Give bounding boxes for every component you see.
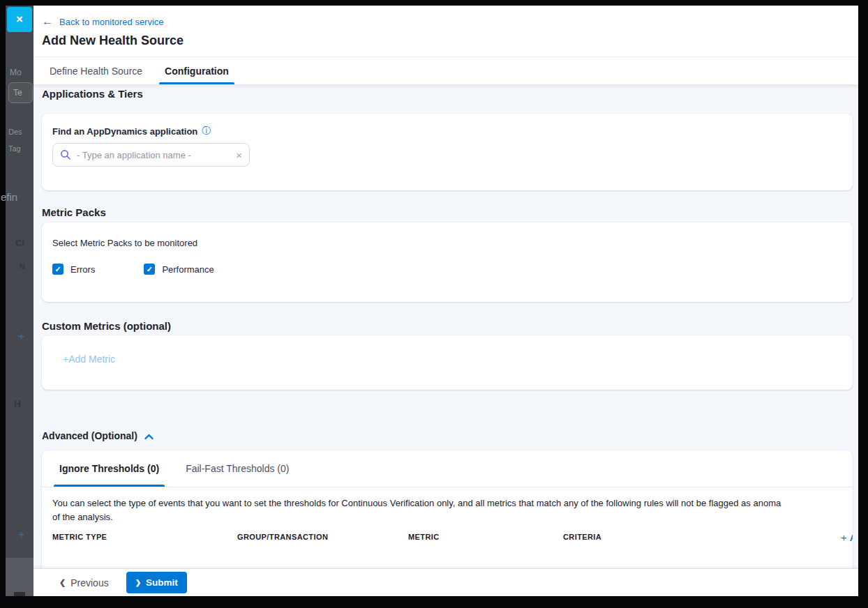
thresholds-description: You can select the type of events that y… bbox=[52, 496, 842, 524]
submit-label: Submit bbox=[146, 577, 178, 588]
backdrop-heading: efin bbox=[1, 191, 17, 203]
plus-icon: + bbox=[841, 531, 847, 543]
close-icon: × bbox=[16, 13, 23, 26]
backdrop-input: Te bbox=[8, 82, 33, 103]
thresholds-table-header: METRIC TYPE GROUP/TRANSACTION METRIC CRI… bbox=[42, 533, 853, 544]
tab-fail-fast-thresholds[interactable]: Fail-Fast Thresholds (0) bbox=[180, 450, 294, 487]
previous-label: Previous bbox=[70, 577, 108, 588]
checkbox-checked-icon bbox=[144, 264, 155, 275]
column-criteria: CRITERIA bbox=[563, 533, 601, 541]
add-metric-button[interactable]: +Add Metric bbox=[63, 354, 115, 365]
checkbox-performance[interactable]: Performance bbox=[144, 264, 214, 275]
find-application-label: Find an AppDynamics application ⓘ bbox=[52, 125, 841, 137]
info-icon[interactable]: ⓘ bbox=[202, 125, 211, 137]
find-application-label-text: Find an AppDynamics application bbox=[52, 126, 197, 137]
drawer-footer: ❮ Previous ❯ Submit bbox=[33, 568, 858, 596]
app-window: Mo Te Des Tag efin Cl N + H + × ← Back t… bbox=[6, 6, 858, 596]
backdrop-label: Cl bbox=[15, 238, 24, 248]
checkbox-errors[interactable]: Errors bbox=[52, 264, 95, 275]
backdrop-label: Mo bbox=[10, 68, 22, 77]
tab-label: Configuration bbox=[165, 66, 229, 77]
page-title: Add New Health Source bbox=[42, 33, 844, 48]
applications-tiers-title: Applications & Tiers bbox=[42, 88, 858, 100]
custom-metrics-card: +Add Metric bbox=[42, 335, 853, 390]
tab-label: Define Health Source bbox=[50, 66, 142, 77]
application-search-input[interactable] bbox=[77, 150, 230, 160]
backdrop-label: Tag bbox=[8, 144, 21, 153]
applications-tiers-card: Find an AppDynamics application ⓘ × bbox=[42, 114, 853, 190]
thresholds-tabbar: Ignore Thresholds (0) Fail-Fast Threshol… bbox=[42, 450, 853, 487]
add-threshold-link[interactable]: +Ad bbox=[841, 531, 853, 543]
checkbox-label: Errors bbox=[70, 264, 95, 275]
tab-define-health-source[interactable]: Define Health Source bbox=[48, 57, 144, 84]
tab-configuration[interactable]: Configuration bbox=[163, 57, 230, 84]
tab-label: Fail-Fast Thresholds (0) bbox=[186, 463, 289, 474]
tab-ignore-thresholds[interactable]: Ignore Thresholds (0) bbox=[54, 450, 165, 487]
submit-button[interactable]: ❯ Submit bbox=[126, 572, 187, 593]
add-threshold-label: Ad bbox=[850, 533, 853, 543]
clear-search-icon[interactable]: × bbox=[236, 150, 242, 160]
backdrop-footer-edge bbox=[14, 592, 25, 596]
backdrop-label: N bbox=[20, 262, 25, 271]
backdrop-label: Des bbox=[8, 128, 22, 136]
metric-packs-title: Metric Packs bbox=[42, 206, 858, 219]
application-search-box: × bbox=[52, 143, 250, 167]
advanced-optional-label: Advanced (Optional) bbox=[42, 430, 137, 442]
thresholds-description-line1: You can select the type of events that y… bbox=[52, 496, 842, 510]
checkbox-label: Performance bbox=[162, 264, 214, 275]
back-link-label: Back to monitored service bbox=[59, 17, 164, 27]
close-drawer-button[interactable]: × bbox=[7, 7, 32, 32]
chevron-left-icon: ❮ bbox=[59, 578, 66, 587]
backdrop-footer-band bbox=[6, 558, 33, 596]
metric-packs-options: Errors Performance bbox=[52, 264, 841, 275]
screenshot-frame: Mo Te Des Tag efin Cl N + H + × ← Back t… bbox=[0, 0, 868, 608]
checkbox-checked-icon bbox=[52, 264, 63, 275]
drawer-header: ← Back to monitored service Add New Heal… bbox=[33, 6, 858, 57]
wizard-tabbar: Define Health Source Configuration bbox=[33, 57, 858, 85]
column-metric-type: METRIC TYPE bbox=[52, 533, 107, 541]
back-to-monitored-service-link[interactable]: ← Back to monitored service bbox=[42, 16, 164, 27]
configuration-content: Applications & Tiers Find an AppDynamics… bbox=[33, 85, 858, 568]
search-icon bbox=[60, 149, 71, 160]
backdrop-plus: + bbox=[18, 330, 24, 343]
thresholds-description-line2: of the analysis. bbox=[52, 510, 842, 524]
previous-button[interactable]: ❮ Previous bbox=[59, 577, 109, 588]
backdrop-heading: H bbox=[14, 398, 21, 409]
column-metric: METRIC bbox=[408, 533, 440, 541]
metric-packs-subtitle: Select Metric Packs to be monitored bbox=[52, 238, 841, 248]
chevron-up-icon bbox=[144, 434, 154, 440]
tab-label: Ignore Thresholds (0) bbox=[59, 463, 159, 474]
column-group-transaction: GROUP/TRANSACTION bbox=[237, 533, 328, 541]
add-health-source-drawer: ← Back to monitored service Add New Heal… bbox=[33, 6, 858, 596]
advanced-optional-toggle[interactable]: Advanced (Optional) bbox=[42, 430, 154, 442]
metric-packs-card: Select Metric Packs to be monitored Erro… bbox=[42, 222, 853, 302]
chevron-right-icon: ❯ bbox=[135, 579, 141, 586]
back-arrow-icon: ← bbox=[42, 16, 53, 27]
thresholds-card: Ignore Thresholds (0) Fail-Fast Threshol… bbox=[42, 450, 853, 568]
backdrop-plus: + bbox=[18, 529, 24, 541]
custom-metrics-title: Custom Metrics (optional) bbox=[42, 320, 858, 333]
modal-backdrop: Mo Te Des Tag efin Cl N + H + bbox=[6, 6, 33, 596]
